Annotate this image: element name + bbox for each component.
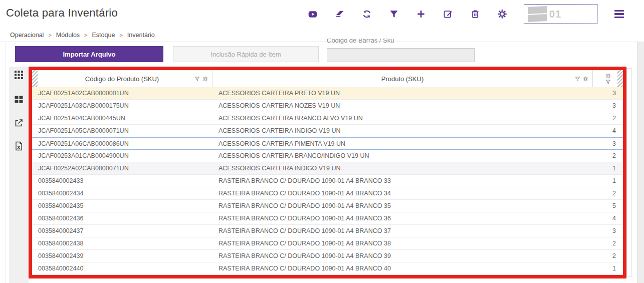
breadcrumb-item-operacional[interactable]: Operacional — [10, 32, 44, 39]
card-view-icon — [14, 95, 24, 104]
table-row[interactable]: 0035840002440RASTEIRA BRANCO C/ DOURADO … — [32, 262, 623, 275]
product-cell: RASTEIRA BRANCO C/ DOURADO 1090-01 A4 BR… — [212, 250, 593, 262]
toolbar: 01 — [307, 0, 624, 28]
qty-cell: 1 — [593, 175, 623, 187]
product-cell: RASTEIRA BRANCO C/ DOURADO 1090-01 A4 BR… — [212, 175, 593, 187]
breadcrumb-separator: > — [119, 32, 122, 38]
delete-button[interactable] — [470, 9, 480, 20]
edit-icon — [443, 9, 453, 19]
sku-cell: JCAF00251A03CAB0000175UN — [32, 100, 212, 112]
breadcrumb-item-inventario[interactable]: Inventário — [127, 32, 155, 39]
eraser-icon — [335, 9, 345, 19]
video-tutorial-button[interactable] — [307, 9, 318, 20]
table-row[interactable]: 0035840002434RASTEIRA BRANCO C/ DOURADO … — [32, 187, 623, 200]
table-row[interactable]: JCAF00251A05CAB0000071UNACESSORIOS CARTE… — [32, 125, 623, 137]
grid-scrollbar[interactable] — [626, 68, 632, 277]
panel-left-border — [5, 42, 6, 283]
breadcrumb-item-estoque[interactable]: Estoque — [92, 32, 115, 39]
table-row[interactable]: JCAF00251A02CAB0000001UNACESSORIOS CARTE… — [32, 87, 623, 100]
column-header-sku[interactable]: Código do Produto (SKU) — [32, 70, 212, 87]
layout-preview-icon — [528, 6, 547, 22]
qty-cell: 3 — [593, 138, 623, 149]
qty-cell: 2 — [593, 237, 623, 249]
sku-cell: JCAF00251A02CAB0000001UN — [32, 87, 212, 99]
add-button[interactable] — [415, 9, 426, 20]
product-cell: RASTEIRA BRANCO C/ DOURADO 1090-01 A4 BR… — [212, 187, 593, 199]
export-excel-icon — [14, 141, 24, 151]
product-cell: ACESSORIOS CARTEIRA PRETO V19 UN — [212, 87, 593, 99]
table-row[interactable]: 0035840002439RASTEIRA BRANCO C/ DOURADO … — [32, 250, 623, 262]
edit-button[interactable] — [443, 9, 453, 20]
qty-cell: 2 — [593, 250, 623, 262]
table-row[interactable]: JCAF00251A03CAB0000175UNACESSORIOS CARTE… — [32, 100, 623, 112]
table-row[interactable]: 0035840002435RASTEIRA BRANCO C/ DOURADO … — [32, 200, 623, 212]
filter-icon — [389, 9, 399, 19]
filter-icon[interactable] — [194, 76, 200, 82]
eraser-button[interactable] — [334, 9, 345, 20]
table-row[interactable]: JCAF00253A01CAB0004900UNACESSORIOS CARTE… — [32, 150, 623, 162]
trash-icon — [470, 9, 480, 19]
qty-cell: 4 — [593, 125, 623, 137]
sku-cell: 0035840002434 — [32, 187, 212, 199]
table-row[interactable]: 0035840002437RASTEIRA BRANCO C/ DOURADO … — [32, 225, 623, 237]
product-cell: RASTEIRA BRANCO C/ DOURADO 1090-01 A4 BR… — [212, 262, 593, 274]
sku-cell: JCAF00251A05CAB0000071UN — [32, 125, 212, 137]
table-row[interactable]: JCAF00252A02CAB0000071UNACESSORIOS CARTE… — [32, 162, 623, 175]
export-excel-button[interactable] — [14, 141, 24, 151]
page-title: Coleta para Inventário — [6, 7, 118, 20]
refresh-button[interactable] — [361, 9, 372, 20]
table-row[interactable]: JCAF00251A04CAB000445UNACESSORIOS CARTEI… — [32, 112, 623, 125]
product-cell: RASTEIRA BRANCO C/ DOURADO 1090-01 A4 BR… — [212, 212, 593, 224]
column-header-qty[interactable] — [593, 70, 623, 87]
product-cell: RASTEIRA BRANCO C/ DOURADO 1090-01 A4 BR… — [212, 237, 593, 249]
breadcrumb-separator: > — [48, 32, 51, 38]
product-cell: ACESSORIOS CARTEIRA INDIGO V19 UN — [212, 162, 593, 174]
plus-icon — [416, 9, 426, 19]
filter-button[interactable] — [388, 9, 399, 20]
grid-view-icon — [14, 70, 24, 80]
video-tutorial-icon — [308, 9, 318, 19]
highlight-annotation: Código do Produto (SKU) Produto (SKU) JC… — [29, 67, 626, 278]
qty-cell: 5 — [593, 200, 623, 212]
page-scrollbar[interactable] — [637, 42, 644, 283]
import-file-button[interactable]: Importar Arquivo — [15, 46, 163, 62]
product-cell: ACESSORIOS CARTEIRA INDIGO V19 UN — [212, 125, 593, 137]
sku-cell: 0035840002437 — [32, 225, 212, 237]
table-row[interactable]: JCAF00251A06CAB0000086UNACESSORIOS CARTE… — [32, 137, 623, 150]
settings-button[interactable] — [497, 9, 507, 20]
table-header: Código do Produto (SKU) Produto (SKU) — [32, 70, 623, 88]
filter-icon[interactable] — [605, 79, 611, 85]
gear-icon[interactable] — [605, 73, 611, 79]
refresh-icon — [362, 9, 372, 19]
gear-icon — [497, 9, 507, 19]
sku-cell: 0035840002435 — [32, 200, 212, 212]
top-bar: Coleta para Inventário — [0, 0, 644, 29]
qty-cell: 3 — [593, 87, 623, 99]
sku-cell: 0035840002436 — [32, 212, 212, 224]
filter-icon[interactable] — [575, 76, 580, 82]
table-row[interactable]: 0035840002436RASTEIRA BRANCO C/ DOURADO … — [32, 212, 623, 225]
grid-view-button[interactable] — [14, 70, 24, 80]
barcode-sku-input[interactable] — [327, 48, 475, 62]
open-external-button[interactable] — [14, 118, 24, 128]
table-row[interactable]: 0035840002433RASTEIRA BRANCO C/ DOURADO … — [32, 175, 623, 187]
card-view-button[interactable] — [14, 95, 24, 104]
breadcrumb-item-modulos[interactable]: Módulos — [56, 32, 80, 39]
sku-cell: JCAF00251A06CAB0000086UN — [32, 138, 212, 149]
qty-cell: 2 — [593, 187, 623, 199]
sku-cell: 0035840002439 — [32, 250, 212, 262]
gear-icon[interactable] — [202, 76, 208, 82]
product-cell: RASTEIRA BRANCO C/ DOURADO 1090-01 A4 BR… — [212, 200, 593, 212]
table-row[interactable]: 0035840002438RASTEIRA BRANCO C/ DOURADO … — [32, 237, 623, 250]
qty-cell: 2 — [593, 150, 623, 162]
drag-handle-stripes — [617, 70, 623, 87]
quick-add-item-button[interactable]: Inclusão Rápida de Item — [173, 46, 319, 62]
breadcrumb-separator: > — [84, 32, 87, 38]
menu-button[interactable] — [614, 10, 624, 18]
product-cell: ACESSORIOS CARTEIRA BRANCO/INDIGO V19 UN — [212, 150, 593, 162]
drag-handle-stripes — [32, 70, 38, 87]
layout-page-indicator: 01 — [549, 9, 561, 20]
layout-selector[interactable]: 01 — [524, 5, 598, 24]
gear-icon[interactable] — [583, 76, 588, 82]
column-header-produto[interactable]: Produto (SKU) — [212, 70, 593, 87]
